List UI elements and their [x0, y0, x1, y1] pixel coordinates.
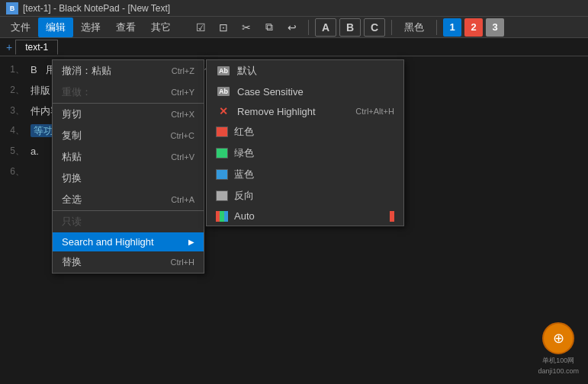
menu-copy[interactable]: 复制 Ctrl+C [53, 125, 204, 146]
menu-undo[interactable]: 撤消：粘贴 Ctrl+Z [53, 60, 204, 82]
tab-bar: + text-1 [0, 38, 588, 56]
submenu-case-label: Case Sensitive [237, 86, 304, 98]
line-num-1: 1、 [9, 62, 31, 77]
line-num-2: 2、 [9, 83, 31, 98]
submenu-remove-label: Remove Highlight [237, 106, 316, 117]
watermark-url: danji100.com [538, 367, 579, 375]
title-bar-text: [text-1] - Black NotePad - [New Text] [23, 3, 170, 14]
submenu-ab-icon-1: Ab [216, 65, 231, 77]
line-text-2: 排版 [31, 83, 50, 99]
color-swatch-auto [216, 211, 228, 222]
menu-select[interactable]: 选择 [73, 18, 108, 37]
menu-cut-label: 剪切 [62, 107, 82, 121]
menu-search-highlight-arrow: ▶ [188, 238, 194, 246]
line-num-4: 4、 [9, 123, 31, 138]
submenu-red-label: 红色 [234, 125, 254, 139]
submenu-green[interactable]: 绿色 [207, 142, 403, 164]
menu-paste[interactable]: 粘贴 Ctrl+V [53, 146, 204, 168]
color-swatch-reverse [216, 190, 228, 201]
edit-menu[interactable]: 撤消：粘贴 Ctrl+Z 重做： Ctrl+Y 剪切 Ctrl+X 复制 Ctr… [52, 59, 204, 274]
menu-selectall-shortcut: Ctrl+A [171, 195, 194, 204]
menu-readonly[interactable]: 只读 [53, 210, 204, 232]
submenu-red[interactable]: 红色 [207, 121, 403, 142]
submenu-blue-label: 蓝色 [234, 168, 254, 181]
submenu-reverse-label: 反向 [234, 189, 254, 203]
submenu-remove-highlight[interactable]: ✕ Remove Highlight Ctrl+Alt+H [207, 101, 403, 121]
color-swatch-red [216, 126, 228, 137]
toolbar-sep-1 [308, 20, 309, 35]
toolbar-num3[interactable]: 3 [486, 18, 504, 37]
menu-redo-shortcut: Ctrl+Y [171, 88, 194, 97]
line-num-6: 6、 [9, 165, 31, 179]
toolbar-num2[interactable]: 2 [464, 18, 483, 37]
menu-copy-shortcut: Ctrl+C [171, 131, 194, 140]
submenu-reverse[interactable]: 反向 [207, 185, 403, 206]
menu-search-highlight[interactable]: Search and Highlight ▶ [53, 232, 204, 251]
line-text-5: a. [31, 144, 39, 160]
menu-switch-label: 切换 [62, 171, 82, 185]
toolbar-letter-b[interactable]: B [339, 18, 361, 37]
toolbar-color-label: 黑色 [398, 21, 430, 34]
submenu-ab-icon-2: Ab [216, 85, 231, 98]
menu-cut-shortcut: Ctrl+X [171, 110, 194, 119]
toolbar-num1[interactable]: 1 [443, 18, 461, 37]
menu-paste-label: 粘贴 [62, 150, 82, 164]
toolbar-sep-2 [391, 20, 392, 35]
menu-undo-shortcut: Ctrl+Z [172, 66, 194, 75]
submenu-remove-shortcut: Ctrl+Alt+H [355, 107, 394, 116]
menu-file[interactable]: 文件 [3, 18, 38, 37]
menu-redo-label: 重做： [62, 85, 92, 99]
toolbar-letter-c[interactable]: C [364, 18, 385, 37]
color-swatch-blue [216, 169, 228, 180]
menu-undo-label: 撤消：粘贴 [62, 64, 111, 78]
line-num-5: 5、 [9, 144, 31, 158]
menu-cut[interactable]: 剪切 Ctrl+X [53, 103, 204, 125]
menu-paste-shortcut: Ctrl+V [171, 152, 194, 162]
menu-selectall[interactable]: 全选 Ctrl+A [53, 189, 204, 210]
toolbar-copy2-btn[interactable]: ⊡ [214, 18, 233, 37]
tab-add-left[interactable]: + [3, 41, 15, 53]
toolbar-check-btn[interactable]: ☑ [191, 18, 210, 37]
tab-text1[interactable]: text-1 [15, 40, 58, 55]
menu-copy-label: 复制 [62, 129, 82, 142]
submenu-green-label: 绿色 [234, 146, 254, 160]
menu-replace[interactable]: 替换 Ctrl+H [53, 251, 204, 273]
menu-switch[interactable]: 切换 [53, 168, 204, 189]
submenu-auto[interactable]: Auto [207, 206, 403, 226]
submenu-blue[interactable]: 蓝色 [207, 164, 403, 185]
toolbar-undo-btn[interactable]: ↩ [282, 18, 302, 37]
menu-view[interactable]: 查看 [108, 18, 143, 37]
search-submenu[interactable]: Ab 默认 Ab Case Sensitive ✕ Remove Highlig… [206, 59, 404, 226]
toolbar-letter-a[interactable]: A [315, 18, 336, 37]
color-swatch-green [216, 148, 228, 158]
menu-readonly-label: 只读 [62, 215, 82, 229]
menu-bar: 文件 编辑 选择 查看 其它 ☑ ⊡ ✂ ⧉ ↩ A B C 黑色 1 2 3 [0, 17, 588, 38]
menu-redo: 重做： Ctrl+Y [53, 82, 204, 103]
title-bar: B [text-1] - Black NotePad - [New Text] [0, 0, 588, 17]
submenu-x-icon: ✕ [216, 105, 231, 117]
menu-other[interactable]: 其它 [143, 18, 178, 37]
menu-replace-shortcut: Ctrl+H [171, 258, 194, 267]
line-num-3: 3、 [9, 104, 31, 118]
toolbar-copy3-btn[interactable]: ⧉ [259, 18, 279, 37]
app-icon: B [6, 2, 18, 14]
submenu-auto-label: Auto [234, 210, 255, 222]
menu-search-highlight-label: Search and Highlight [62, 236, 154, 248]
menu-edit[interactable]: 编辑 [38, 18, 73, 37]
submenu-default-label: 默认 [237, 64, 257, 78]
menu-selectall-label: 全选 [62, 193, 82, 206]
toolbar-sep-3 [436, 20, 437, 35]
toolbar-cut-btn[interactable]: ✂ [236, 18, 256, 37]
menu-replace-label: 替换 [62, 255, 82, 269]
submenu-case-sensitive[interactable]: Ab Case Sensitive [207, 82, 403, 101]
submenu-default[interactable]: Ab 默认 [207, 60, 403, 82]
auto-indicator [390, 211, 394, 222]
